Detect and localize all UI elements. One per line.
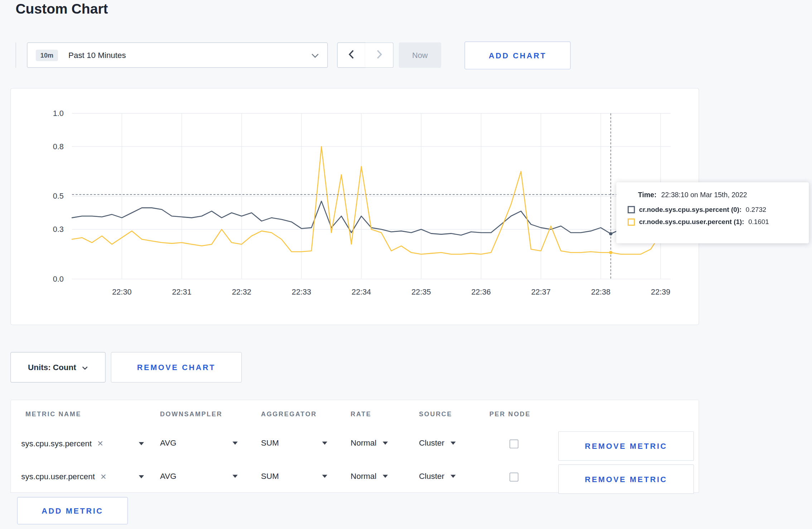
rate-select[interactable]: Normal — [351, 438, 388, 448]
chevron-down-icon — [82, 363, 88, 372]
aggregator-select[interactable]: SUM — [261, 472, 327, 481]
chevron-down-icon — [232, 475, 237, 478]
downsampler-value: AVG — [160, 472, 177, 481]
svg-text:22:33: 22:33 — [292, 287, 311, 296]
downsampler-select[interactable]: AVG — [160, 438, 238, 448]
remove-metric-button[interactable]: REMOVE METRIC — [558, 431, 694, 461]
page-title: Custom Chart — [15, 1, 108, 17]
clear-icon[interactable]: × — [101, 472, 106, 481]
aggregator-value: SUM — [261, 438, 279, 448]
cpu-line-chart[interactable]: 0.00.30.50.81.022:3022:3122:3222:3322:34… — [11, 88, 699, 325]
tooltip-time-value: 22:38:10 on Mar 15th, 2022 — [661, 191, 747, 199]
series-swatch-icon — [628, 218, 635, 225]
svg-text:22:35: 22:35 — [411, 287, 431, 296]
table-row: sys.cpu.sys.percent × AVG SUM Normal Clu… — [11, 431, 699, 460]
svg-text:22:39: 22:39 — [651, 287, 670, 296]
now-button[interactable]: Now — [399, 43, 441, 68]
metric-name-select[interactable]: sys.cpu.sys.percent × — [21, 438, 151, 448]
per-node-checkbox[interactable] — [509, 440, 518, 448]
source-value: Cluster — [419, 438, 444, 448]
add-metric-button[interactable]: ADD METRIC — [17, 497, 128, 525]
chevron-right-icon — [376, 49, 382, 61]
tooltip-series-row: cr.node.sys.cpu.sys.percent (0): 0.2732 — [628, 205, 802, 213]
column-header-metric-name: METRIC NAME — [25, 411, 81, 418]
tooltip-series-value: 0.1601 — [748, 218, 769, 226]
chevron-down-icon — [311, 50, 319, 60]
remove-metric-button[interactable]: REMOVE METRIC — [558, 464, 694, 494]
svg-text:22:38: 22:38 — [591, 287, 610, 296]
time-range-select[interactable]: 10m Past 10 Minutes — [27, 43, 328, 68]
svg-text:22:30: 22:30 — [112, 287, 131, 296]
add-chart-button[interactable]: ADD CHART — [464, 42, 571, 69]
chevron-left-icon — [348, 49, 354, 61]
per-node-checkbox[interactable] — [509, 473, 518, 482]
svg-text:22:31: 22:31 — [172, 287, 191, 296]
rate-value: Normal — [351, 472, 376, 481]
svg-text:0.0: 0.0 — [53, 275, 64, 283]
chevron-down-icon — [322, 442, 327, 445]
column-header-source: SOURCE — [419, 411, 452, 418]
metric-name-value: sys.cpu.sys.percent — [21, 439, 92, 448]
prev-time-button[interactable] — [337, 43, 366, 68]
chevron-down-icon — [322, 475, 327, 478]
svg-text:0.5: 0.5 — [53, 191, 64, 200]
toolbar-divider — [15, 43, 16, 68]
svg-text:22:37: 22:37 — [531, 287, 551, 296]
chevron-down-icon — [383, 475, 388, 478]
tooltip-series-row: cr.node.sys.cpu.user.percent (1): 0.1601 — [628, 218, 802, 226]
chevron-down-icon — [139, 442, 144, 445]
source-select[interactable]: Cluster — [419, 472, 456, 481]
time-range-badge: 10m — [36, 49, 58, 61]
units-label: Units: Count — [28, 363, 76, 372]
units-select[interactable]: Units: Count — [10, 352, 106, 383]
column-header-downsampler: DOWNSAMPLER — [160, 411, 222, 418]
downsampler-value: AVG — [160, 438, 177, 448]
source-value: Cluster — [419, 472, 444, 481]
chart-card: 0.00.30.50.81.022:3022:3122:3222:3322:34… — [10, 88, 699, 325]
aggregator-value: SUM — [261, 472, 279, 481]
remove-chart-button[interactable]: REMOVE CHART — [111, 352, 242, 383]
downsampler-select[interactable]: AVG — [160, 472, 238, 481]
column-header-aggregator: AGGREGATOR — [261, 411, 317, 418]
tooltip-time-label: Time: — [638, 191, 657, 199]
rate-value: Normal — [351, 438, 376, 448]
tooltip-series-label: cr.node.sys.cpu.sys.percent (0): — [639, 205, 741, 213]
source-select[interactable]: Cluster — [419, 438, 456, 448]
chart-tooltip: Time:22:38:10 on Mar 15th, 2022 cr.node.… — [616, 182, 809, 243]
svg-text:0.3: 0.3 — [53, 225, 64, 234]
metric-name-select[interactable]: sys.cpu.user.percent × — [21, 472, 151, 481]
table-row: sys.cpu.user.percent × AVG SUM Normal Cl… — [11, 464, 699, 493]
svg-text:0.8: 0.8 — [53, 142, 64, 151]
svg-text:1.0: 1.0 — [53, 109, 64, 118]
time-range-label: Past 10 Minutes — [68, 50, 126, 60]
metric-name-value: sys.cpu.user.percent — [21, 472, 95, 481]
rate-select[interactable]: Normal — [351, 472, 388, 481]
chevron-down-icon — [139, 475, 144, 478]
column-header-per-node: PER NODE — [489, 411, 531, 418]
svg-text:22:32: 22:32 — [232, 287, 251, 296]
chevron-down-icon — [232, 442, 237, 445]
chevron-down-icon — [383, 442, 388, 445]
series-swatch-icon — [628, 206, 635, 213]
metrics-table: METRIC NAME DOWNSAMPLER AGGREGATOR RATE … — [10, 400, 699, 493]
tooltip-series-label: cr.node.sys.cpu.user.percent (1): — [639, 218, 744, 226]
tooltip-series-value: 0.2732 — [746, 205, 767, 213]
aggregator-select[interactable]: SUM — [261, 438, 327, 448]
next-time-button[interactable] — [365, 43, 394, 68]
column-header-rate: RATE — [351, 411, 371, 418]
tooltip-time-row: Time:22:38:10 on Mar 15th, 2022 — [638, 191, 802, 199]
chevron-down-icon — [451, 442, 456, 445]
svg-text:22:34: 22:34 — [352, 287, 371, 296]
chevron-down-icon — [451, 475, 456, 478]
clear-icon[interactable]: × — [97, 438, 103, 448]
svg-text:22:36: 22:36 — [471, 287, 490, 296]
